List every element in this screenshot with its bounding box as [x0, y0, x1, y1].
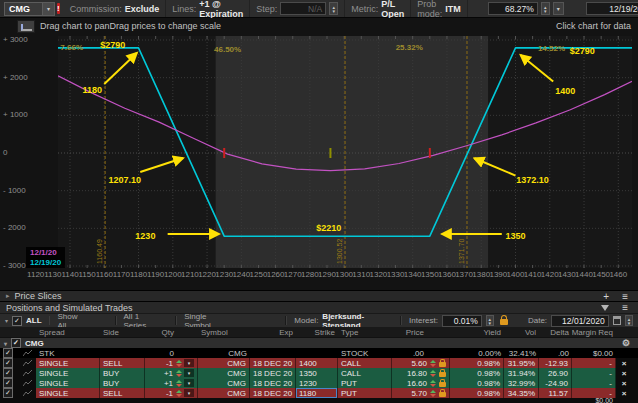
- price-slices-header[interactable]: ▸ Price Slices + ≡: [0, 290, 638, 301]
- mini-chart-icon[interactable]: [23, 360, 33, 367]
- price-stepper[interactable]: [429, 379, 436, 387]
- delete-row-button[interactable]: ×: [616, 378, 632, 388]
- prob-pct-stepper[interactable]: ▴▾: [541, 2, 550, 15]
- cell-price[interactable]: 16.60: [392, 378, 450, 388]
- mini-chart-icon[interactable]: [23, 370, 33, 377]
- date-calendar-icon[interactable]: [613, 316, 621, 325]
- date-stepper[interactable]: ▴▾: [625, 315, 633, 326]
- row-checkbox[interactable]: ✓: [3, 358, 13, 368]
- cell-spread[interactable]: SINGLE: [36, 368, 100, 378]
- column-header-yield[interactable]: Yield: [450, 328, 504, 337]
- price-stepper[interactable]: [429, 359, 436, 367]
- qty-dropdown[interactable]: ▾: [184, 379, 194, 387]
- cell-price[interactable]: .00: [392, 348, 450, 358]
- cell-type[interactable]: CALL: [338, 368, 392, 378]
- cell-exp[interactable]: 18 DEC 20: [250, 368, 296, 378]
- cell-price[interactable]: 5.60: [392, 358, 450, 368]
- column-header-price[interactable]: Price: [392, 328, 450, 337]
- row-checkbox[interactable]: ✓: [3, 388, 13, 398]
- collapse-chevron-icon[interactable]: ▾: [5, 317, 8, 324]
- mini-chart-icon[interactable]: [23, 380, 33, 387]
- cell-strike[interactable]: 1180: [296, 388, 338, 398]
- risk-profile-chart[interactable]: 1160.491300.521371.707.66%46.50%25.32%14…: [58, 36, 632, 268]
- row-checkbox[interactable]: ✓: [3, 348, 13, 358]
- price-stepper[interactable]: [429, 389, 436, 397]
- price-lock-icon[interactable]: [439, 372, 446, 377]
- cell-strike[interactable]: 1230: [296, 378, 338, 388]
- prob-pct-input[interactable]: 68.27%: [488, 2, 538, 15]
- chevron-down-icon[interactable]: ▾: [42, 3, 54, 15]
- column-header-symbol[interactable]: Symbol: [198, 328, 250, 337]
- qty-stepper[interactable]: [175, 369, 182, 377]
- qty-stepper[interactable]: [175, 359, 182, 367]
- price-stepper[interactable]: [429, 369, 436, 377]
- cell-side[interactable]: SELL: [100, 358, 145, 368]
- cell-qty[interactable]: +1▾: [145, 378, 198, 388]
- add-slice-icon[interactable]: +: [599, 291, 613, 302]
- price-slices-menu-icon[interactable]: ≡: [618, 291, 632, 302]
- cell-spread[interactable]: SINGLE: [36, 378, 100, 388]
- step-stepper[interactable]: ▴▾: [329, 2, 338, 15]
- row-checkbox[interactable]: ✓: [3, 378, 13, 388]
- delete-row-button[interactable]: ×: [616, 368, 632, 378]
- risk-profile-svg[interactable]: 1160.491300.521371.707.66%46.50%25.32%14…: [58, 36, 632, 268]
- symbol-group-row[interactable]: ▾ ✓ CMG ⚙: [0, 337, 638, 348]
- lock-icon[interactable]: [500, 319, 508, 325]
- cell-spread[interactable]: SINGLE: [36, 358, 100, 368]
- cell-side[interactable]: BUY: [100, 368, 145, 378]
- cell-exp[interactable]: 18 DEC 20: [250, 378, 296, 388]
- collapse-arrow-icon[interactable]: ▸: [6, 292, 10, 300]
- cell-side[interactable]: BUY: [100, 378, 145, 388]
- exp-date-input[interactable]: 12/19/2020: [586, 2, 638, 15]
- cell-type[interactable]: CALL: [338, 358, 392, 368]
- price-lock-icon[interactable]: [439, 392, 446, 397]
- qty-stepper[interactable]: [175, 389, 182, 397]
- delete-row-button[interactable]: ×: [616, 358, 632, 368]
- cell-type[interactable]: PUT: [338, 378, 392, 388]
- cell-spread[interactable]: SINGLE: [36, 388, 100, 398]
- cell-side[interactable]: SELL: [100, 388, 145, 398]
- interest-input[interactable]: 0.01%: [442, 315, 482, 327]
- cell-qty[interactable]: -1▾: [145, 388, 198, 398]
- positions-header[interactable]: Positions and Simulated Trades ≡: [0, 301, 638, 313]
- mini-chart-icon[interactable]: [23, 390, 33, 397]
- symbol-combo[interactable]: CMG ▾: [4, 2, 55, 16]
- chart-snapshot-icon[interactable]: [17, 20, 35, 33]
- gear-icon[interactable]: ⚙: [622, 338, 634, 348]
- group-chevron-icon[interactable]: ▾: [4, 340, 7, 347]
- column-header-vol[interactable]: Vol: [504, 328, 539, 337]
- qty-stepper[interactable]: [175, 379, 182, 387]
- mini-chart-icon[interactable]: [23, 350, 33, 357]
- price-lock-icon[interactable]: [439, 362, 446, 367]
- column-header-spread[interactable]: Spread: [36, 328, 100, 337]
- metric-segment[interactable]: Metric: P/L Open: [345, 0, 411, 17]
- prob-mode-segment[interactable]: Prob mode: ITM: [411, 0, 468, 17]
- interest-stepper[interactable]: ▴▾: [486, 315, 494, 326]
- prob-pct-dropdown[interactable]: ▾: [553, 2, 564, 15]
- all-checkbox[interactable]: ✓: [12, 316, 22, 326]
- column-header-delta[interactable]: Delta: [539, 328, 572, 337]
- commission-segment[interactable]: Commission: Exclude: [64, 0, 167, 17]
- step-input[interactable]: N/A: [280, 2, 326, 15]
- column-header-type[interactable]: Type: [338, 328, 392, 337]
- cell-qty[interactable]: -1▾: [145, 358, 198, 368]
- row-checkbox[interactable]: ✓: [3, 368, 13, 378]
- lines-segment[interactable]: Lines: +1 @ Expiration: [166, 0, 250, 17]
- cell-price[interactable]: 16.80: [392, 368, 450, 378]
- cell-price[interactable]: 5.70: [392, 388, 450, 398]
- cell-exp[interactable]: 18 DEC 20: [250, 388, 296, 398]
- group-checkbox[interactable]: ✓: [11, 338, 21, 348]
- cell-qty[interactable]: +1▾: [145, 368, 198, 378]
- filter-icon[interactable]: [601, 305, 609, 311]
- qty-dropdown[interactable]: ▾: [184, 369, 194, 377]
- column-header-margin-req[interactable]: Margin Req: [572, 328, 616, 337]
- cell-spread[interactable]: STK: [36, 348, 100, 358]
- date-input[interactable]: 12/01/2020: [551, 315, 609, 327]
- column-header-exp[interactable]: Exp: [250, 328, 296, 337]
- cell-strike[interactable]: 1400: [296, 358, 338, 368]
- column-header-strike[interactable]: Strike: [296, 328, 338, 337]
- column-header-side[interactable]: Side: [100, 328, 145, 337]
- delete-row-button[interactable]: ×: [616, 388, 632, 398]
- cell-strike[interactable]: 1350: [296, 368, 338, 378]
- positions-menu-icon[interactable]: ≡: [618, 302, 632, 313]
